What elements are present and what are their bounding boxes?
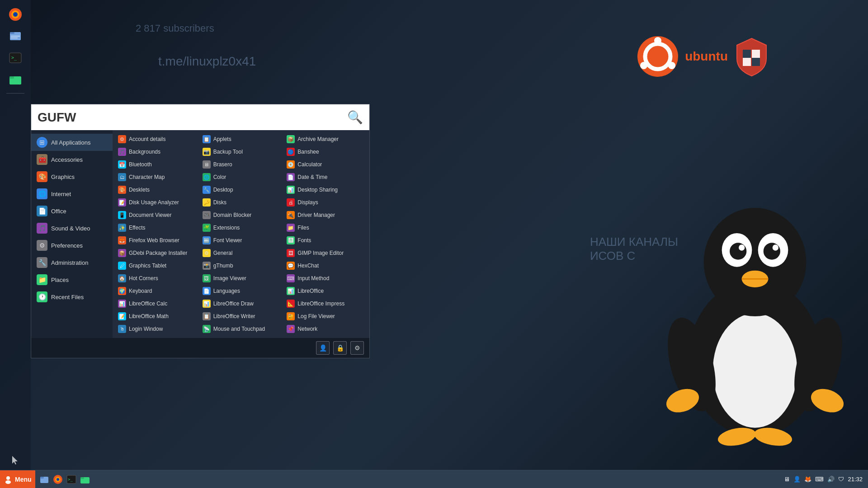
preferences-icon: ⚙: [37, 240, 47, 251]
app-item-character-map[interactable]: 🗂Character Map: [114, 171, 199, 183]
sidebar-icon-firefox[interactable]: [5, 5, 25, 24]
app-item-gdebi-package-installer[interactable]: 📦GDebi Package Installer: [114, 247, 199, 259]
app-label: LibreOffice Math: [129, 313, 169, 319]
app-item-general[interactable]: ⚙General: [199, 247, 283, 259]
category-all[interactable]: ⊞ All Applications: [31, 134, 113, 151]
taskbar-firefox-icon[interactable]: [52, 474, 63, 485]
app-item-domain-blocker[interactable]: 🎮Domain Blocker: [199, 209, 283, 221]
app-item-archive-manager[interactable]: 📦Archive Manager: [283, 133, 368, 145]
app-item-image-viewer[interactable]: 🖼Image Viewer: [199, 272, 283, 285]
app-item-gimp-image-editor[interactable]: 🖼GIMP Image Editor: [283, 247, 368, 259]
app-item-hot-corners[interactable]: 🏠Hot Corners: [114, 272, 199, 285]
app-label: Backgrounds: [129, 149, 160, 155]
app-icon-font-viewer: 🔤: [203, 236, 211, 244]
app-item-banshee[interactable]: 🔵Banshee: [283, 145, 368, 158]
app-item-color[interactable]: 🌐Color: [199, 171, 283, 183]
app-item-backup-tool[interactable]: 📷Backup Tool: [199, 145, 283, 158]
app-item-libreoffice-math[interactable]: 📝LibreOffice Math: [114, 310, 199, 323]
app-icon-brasero: 🖥: [203, 160, 211, 169]
category-sound[interactable]: 🎵 Sound & Video: [31, 220, 113, 237]
app-item-libreoffice-writer[interactable]: 📋LibreOffice Writer: [199, 310, 283, 323]
app-item-date-&-time[interactable]: 📄Date & Time: [283, 171, 368, 183]
app-item-fonts[interactable]: 🅰Fonts: [283, 234, 368, 247]
app-item-bluetooth[interactable]: 📅Bluetooth: [114, 158, 199, 171]
category-places[interactable]: 📁 Places: [31, 271, 113, 288]
app-item-disk-usage-analyzer[interactable]: 📝Disk Usage Analyzer: [114, 196, 199, 209]
app-item-languages[interactable]: 📄Languages: [199, 285, 283, 297]
sidebar-icon-files[interactable]: [5, 26, 25, 46]
app-item-files[interactable]: 📁Files: [283, 221, 368, 234]
app-item-backgrounds[interactable]: 🎵Backgrounds: [114, 145, 199, 158]
sound-icon: 🎵: [37, 223, 47, 234]
taskbar-terminal-icon[interactable]: >_: [66, 474, 77, 485]
app-item-displays[interactable]: 🖨Displays: [283, 196, 368, 209]
app-item-effects[interactable]: ✨Effects: [114, 221, 199, 234]
category-graphics[interactable]: 🎨 Graphics: [31, 168, 113, 185]
bg-subscribers-text: 2 817 subscribers: [136, 23, 214, 34]
administration-icon: 🔧: [37, 257, 47, 268]
app-icon-domain-blocker: 🎮: [203, 211, 211, 219]
tux-penguin: [665, 190, 845, 461]
app-item-libreoffice[interactable]: 📊LibreOffice: [283, 285, 368, 297]
app-item-keyboard[interactable]: 🌍Keyboard: [114, 285, 199, 297]
app-label: Hot Corners: [129, 275, 158, 282]
app-item-input-method[interactable]: ⌨Input Method: [283, 272, 368, 285]
category-administration[interactable]: 🔧 Administration: [31, 254, 113, 271]
ubuntu-text: ubuntu: [685, 49, 728, 64]
app-item-login-window[interactable]: 🖱Login Window: [114, 323, 199, 335]
all-apps-icon: ⊞: [37, 137, 47, 148]
app-item-network[interactable]: 📌Network: [283, 323, 368, 335]
category-accessories[interactable]: 🧰 Accessories: [31, 151, 113, 168]
app-item-font-viewer[interactable]: 🔤Font Viewer: [199, 234, 283, 247]
app-item-desktop[interactable]: 🔧Desktop: [199, 183, 283, 196]
category-internet[interactable]: 🌐 Internet: [31, 185, 113, 202]
app-item-extensions[interactable]: 🧩Extensions: [199, 221, 283, 234]
app-item-gthumb[interactable]: 📸gThumb: [199, 259, 283, 272]
footer-user-btn[interactable]: 👤: [316, 341, 330, 355]
app-item-desktop-sharing[interactable]: 📊Desktop Sharing: [283, 183, 368, 196]
app-item-log-file-viewer[interactable]: 🔐Log File Viewer: [283, 310, 368, 323]
sidebar-icon-terminal[interactable]: >_: [5, 48, 25, 68]
app-item-libreoffice-draw[interactable]: 📊LibreOffice Draw: [199, 297, 283, 310]
app-item-graphics-tablet[interactable]: 🖊Graphics Tablet: [114, 259, 199, 272]
search-input[interactable]: [38, 110, 344, 125]
app-label: Backup Tool: [213, 149, 243, 155]
app-item-account-details[interactable]: ⚙Account details: [114, 133, 199, 145]
app-item-disks[interactable]: 🔑Disks: [199, 196, 283, 209]
app-item-desklets[interactable]: 🎨Desklets: [114, 183, 199, 196]
app-icon-languages: 📄: [203, 287, 211, 295]
app-icon-keyboard: 🌍: [118, 287, 126, 295]
app-icon-log-file-viewer: 🔐: [287, 312, 295, 320]
sidebar-icon-cursor[interactable]: [5, 450, 25, 470]
app-icon-disks: 🔑: [203, 198, 211, 206]
category-preferences[interactable]: ⚙ Preferences: [31, 237, 113, 254]
app-label: LibreOffice Draw: [213, 300, 254, 307]
app-item-brasero[interactable]: 🖥Brasero: [199, 158, 283, 171]
svg-point-14: [730, 243, 746, 259]
taskbar-files-icon[interactable]: [39, 474, 50, 485]
footer-settings-btn[interactable]: ⚙: [350, 341, 364, 355]
app-item-libreoffice-impress[interactable]: 📐LibreOffice Impress: [283, 297, 368, 310]
app-item-driver-manager[interactable]: 🔌Driver Manager: [283, 209, 368, 221]
app-item-firefox-web-browser[interactable]: 🦊Firefox Web Browser: [114, 234, 199, 247]
app-item-libreoffice-calc[interactable]: 📊LibreOffice Calc: [114, 297, 199, 310]
app-item-mouse-and-touchpad[interactable]: 📡Mouse and Touchpad: [199, 323, 283, 335]
app-label: Desktop Sharing: [297, 187, 338, 193]
footer-lock-btn[interactable]: 🔒: [333, 341, 347, 355]
app-label: Calculator: [297, 161, 322, 168]
app-icon-extensions: 🧩: [203, 224, 211, 232]
app-item-document-viewer[interactable]: 📱Document Viewer: [114, 209, 199, 221]
svg-rect-30: [10, 32, 14, 34]
app-icon-graphics-tablet: 🖊: [118, 262, 126, 270]
taskbar-menu-button[interactable]: Menu: [0, 470, 35, 488]
sidebar-icon-folder[interactable]: [5, 70, 25, 89]
taskbar-folder-icon[interactable]: [80, 474, 90, 485]
app-item-applets[interactable]: 📋Applets: [199, 133, 283, 145]
category-office[interactable]: 📄 Office: [31, 202, 113, 220]
taskbar-apps: >_: [35, 470, 94, 488]
app-item-calculator[interactable]: 💿Calculator: [283, 158, 368, 171]
category-recent[interactable]: 🕐 Recent Files: [31, 288, 113, 305]
search-button[interactable]: 🔍: [347, 110, 363, 125]
app-item-hexchat[interactable]: 💬HexChat: [283, 259, 368, 272]
app-icon-files: 📁: [287, 224, 295, 232]
